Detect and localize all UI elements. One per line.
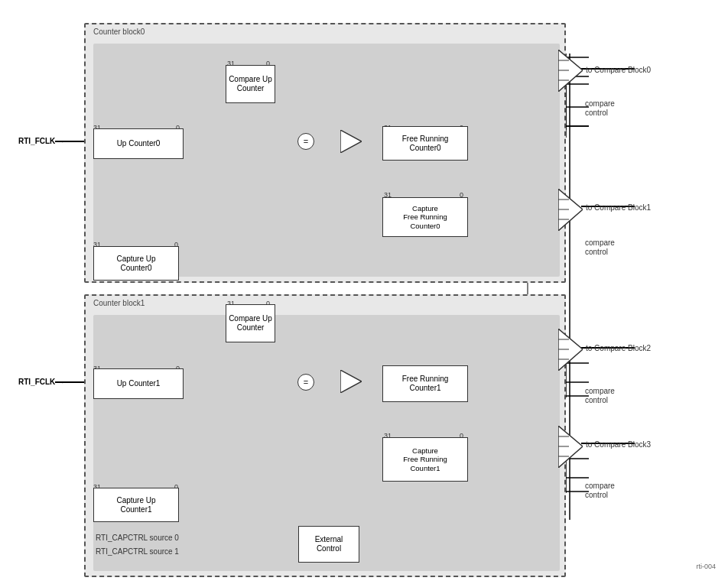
rti-fclk-1-label: RTI_FCLK → xyxy=(18,378,65,386)
mux-0 xyxy=(340,130,362,154)
up-counter-1: Up Counter1 xyxy=(93,368,184,399)
counter-block1-label: Counter block1 xyxy=(93,299,145,307)
compare-up-counter-1: Compare Up Counter xyxy=(226,304,275,342)
free-running-counter-0: Free Running Counter0 xyxy=(382,126,468,161)
counter-block0-label: Counter block0 xyxy=(93,28,145,36)
external-control: External Control xyxy=(298,526,359,563)
svg-marker-94 xyxy=(340,130,362,153)
capctrl-src-0-label: RTI_CAPCTRL source 0 xyxy=(96,534,179,542)
compare-control-2-label: compare control xyxy=(585,387,615,405)
free-running-counter-1: Free Running Counter1 xyxy=(382,365,468,402)
figure-id: rti-004 xyxy=(696,563,716,570)
mux-triangle-0 xyxy=(340,130,362,153)
svg-marker-95 xyxy=(340,370,362,393)
mux-1 xyxy=(340,370,362,394)
diagram-container: Counter block0 Counter block1 RTI_FCLK →… xyxy=(8,8,719,573)
mux-triangle-1 xyxy=(340,370,362,393)
compare-tri-3 xyxy=(558,426,583,469)
counter-block0-inner xyxy=(93,44,560,277)
comparator-0: = xyxy=(297,133,314,150)
comparator-1: = xyxy=(297,374,314,391)
to-compare-block-1-label: to Compare Block1 xyxy=(586,203,651,212)
capture-frc-1: Capture Free Running Counter1 xyxy=(382,437,468,482)
compare-up-counter-0: Compare Up Counter xyxy=(226,65,275,103)
to-compare-block-2-label: to Compare Block2 xyxy=(586,344,651,352)
rti-fclk-0-label: RTI_FCLK → xyxy=(18,137,65,145)
to-compare-block-3-label: to Compare Block3 xyxy=(586,440,651,449)
compare-control-0-label: compare control xyxy=(585,99,615,118)
up-counter-0: Up Counter0 xyxy=(93,128,184,159)
capture-up-counter-0: Capture Up Counter0 xyxy=(93,246,179,281)
capctrl-src-1-label: RTI_CAPCTRL source 1 xyxy=(96,547,179,556)
compare-tri-1 xyxy=(558,189,583,232)
capture-frc-0: Capture Free Running Counter0 xyxy=(382,197,468,237)
compare-tri-0 xyxy=(558,50,583,93)
to-compare-block-0-label: to Compare Block0 xyxy=(586,66,651,74)
compare-control-1-label: compare control xyxy=(585,238,615,257)
compare-control-3-label: compare control xyxy=(585,482,615,500)
capture-up-counter-1: Capture Up Counter1 xyxy=(93,488,179,522)
compare-tri-2 xyxy=(558,329,583,372)
